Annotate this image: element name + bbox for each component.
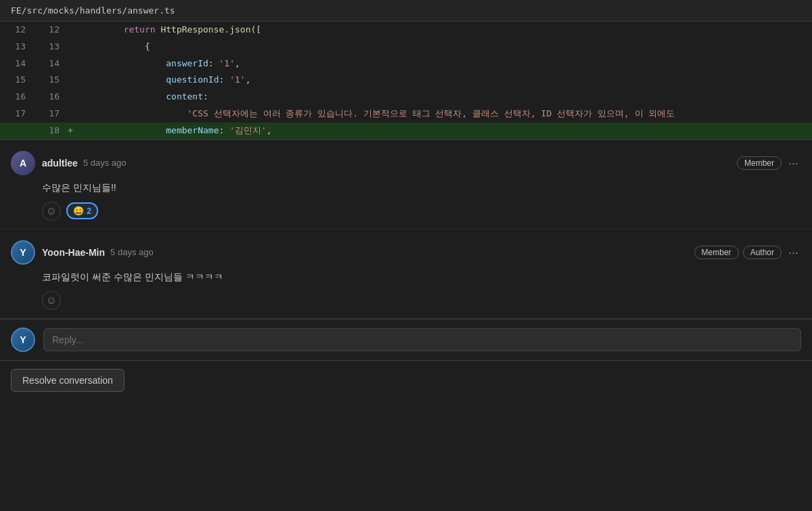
- comment-body: 코파일럿이 써준 수많은 민지님들 ㅋㅋㅋㅋ: [42, 270, 801, 284]
- comment-badges: Member: [737, 156, 782, 170]
- avatar: Y: [11, 240, 35, 265]
- comment-item: Y Yoon-Hae-Min 5 days ago Member Author …: [0, 229, 812, 319]
- code-line-15: 15 15 questionId: '1',: [0, 72, 812, 89]
- comment-actions: Member Author ···: [694, 246, 801, 259]
- comment-item: A adultlee 5 days ago Member ··· 수많은 민지님…: [0, 140, 812, 229]
- footer-section: Resolve conversation: [0, 360, 812, 400]
- comment-body: 수많은 민지님들!!: [42, 181, 801, 195]
- comment-time: 5 days ago: [83, 158, 127, 168]
- file-path-text: FE/src/mocks/handlers/answer.ts: [11, 5, 175, 16]
- reply-avatar: Y: [11, 328, 35, 352]
- comment-time: 5 days ago: [110, 247, 154, 257]
- more-options-button[interactable]: ···: [786, 246, 801, 259]
- resolve-conversation-button[interactable]: Resolve conversation: [11, 369, 125, 392]
- member-badge: Member: [694, 246, 739, 259]
- member-badge: Member: [737, 156, 782, 170]
- comment-reactions: ☺ 😄 2: [42, 202, 801, 221]
- comment-username: Yoon-Hae-Min: [42, 247, 105, 258]
- comment-header: Y Yoon-Hae-Min 5 days ago Member Author …: [11, 240, 801, 265]
- reply-input[interactable]: [43, 328, 801, 351]
- code-diff-block: 12 12 return HttpResponse.json([ 13 13 {…: [0, 22, 812, 139]
- code-line-13: 13 13 {: [0, 39, 812, 55]
- reaction-chip[interactable]: 😄 2: [66, 202, 98, 219]
- code-line-12: 12 12 return HttpResponse.json([: [0, 22, 812, 39]
- more-options-button[interactable]: ···: [786, 157, 801, 169]
- comment-reactions: ☺: [42, 291, 801, 310]
- comment-badges: Member Author: [694, 246, 782, 259]
- reaction-emoji: 😄: [73, 206, 84, 216]
- code-line-16: 16 16 content:: [0, 89, 812, 106]
- add-reaction-button[interactable]: ☺: [42, 202, 61, 221]
- comment-author-section: Y Yoon-Hae-Min 5 days ago: [11, 240, 154, 265]
- comment-author-section: A adultlee 5 days ago: [11, 151, 127, 175]
- comment-actions: Member ···: [737, 156, 801, 170]
- comment-header: A adultlee 5 days ago Member ···: [11, 151, 801, 175]
- code-line-17: 17 17 'CSS 선택자에는 여러 종류가 있습니다. 기본적으로 태그 선…: [0, 106, 812, 123]
- reply-section: Y: [0, 319, 812, 360]
- add-reaction-button[interactable]: ☺: [42, 291, 61, 310]
- comments-section: A adultlee 5 days ago Member ··· 수많은 민지님…: [0, 139, 812, 400]
- avatar: A: [11, 151, 35, 175]
- comment-username: adultlee: [42, 158, 78, 169]
- comment-meta: Yoon-Hae-Min 5 days ago: [42, 247, 154, 258]
- file-path: FE/src/mocks/handlers/answer.ts: [0, 0, 812, 22]
- reaction-count: 2: [87, 206, 91, 216]
- code-line-14: 14 14 answerId: '1',: [0, 55, 812, 72]
- comment-meta: adultlee 5 days ago: [42, 158, 127, 169]
- code-line-18-added: 18 + memberName: '김민지',: [0, 123, 812, 139]
- author-badge: Author: [743, 246, 782, 259]
